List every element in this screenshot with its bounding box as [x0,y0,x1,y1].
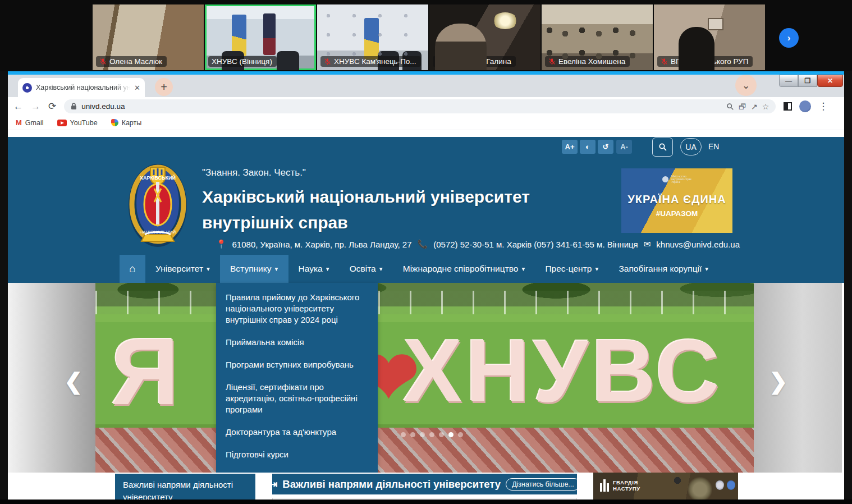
menu-item-pidhotovchi[interactable]: Підготовчі курси [216,443,378,466]
nav-item-universytet[interactable]: Університет [145,255,220,283]
shared-browser-window: Харківський національний унів ✕ + ⌄ — ❐ … [8,75,844,500]
contrast-button[interactable]: ◐ [580,140,596,154]
important-directions-box[interactable]: Важливі напрями діяльності університету [115,474,255,500]
slider-right-gutter [754,283,842,473]
reset-icon: ↺ [603,143,609,151]
nav-home-button[interactable]: ⌂ [120,255,145,283]
minimize-button[interactable]: — [779,75,798,87]
url-text: univd.edu.ua [81,102,722,111]
search-icon[interactable] [726,103,734,111]
refresh-icon[interactable]: ⟳ [48,100,56,112]
bookmarks-bar: MGmail YouTube Карты [8,116,844,130]
menu-item-licenzii[interactable]: Ліцензії, сертифікати про акредитацію, о… [216,376,378,421]
nav-item-zapobihannya[interactable]: Запобігання корупції [608,255,718,283]
envelope-icon: ✉ [644,239,651,249]
slider-dot[interactable] [439,432,444,437]
menu-item-prohramy[interactable]: Програми вступних випробувань [216,354,378,376]
slider-prev-icon[interactable]: ❮ [64,368,83,394]
participant-tile[interactable]: ХНУВС Кам'янець-По... [317,4,428,70]
side-panel-icon[interactable] [784,102,792,111]
slider-dot[interactable] [410,432,415,437]
font-increase-button[interactable]: A+ [562,140,578,154]
profile-avatar[interactable] [799,100,811,112]
share-icon[interactable]: ↗ [751,102,758,111]
participant-tile[interactable]: Лук'яненко Галина [429,4,540,70]
participant-name-badge: Евеліна Хомишена [545,56,630,67]
main-navigation: ⌂ Університет Вступнику Наука Освіта Між… [8,255,844,283]
learn-more-button[interactable]: Дізнатись більше... [506,478,580,491]
nav-item-nauka[interactable]: Наука [288,255,340,283]
browser-tab[interactable]: Харківський національний унів ✕ [18,78,145,97]
slider-next-icon[interactable]: ❯ [769,368,788,394]
nav-item-pres-centr[interactable]: Прес-центр [535,255,608,283]
site-title: Харківський національний університет вну… [202,184,530,236]
address-bar[interactable]: univd.edu.ua 🗗 ↗ ☆ [64,99,776,113]
restore-button[interactable]: ❐ [798,75,817,87]
back-icon[interactable]: ← [13,101,23,112]
bookmark-maps[interactable]: Карты [111,119,142,127]
speaker-silhouette [277,51,299,70]
menu-item-pravyla[interactable]: Правила прийому до Харківського націонал… [216,286,378,331]
speaker-silhouette [378,51,399,70]
svg-text:ХАРКІВСЬКИЙ: ХАРКІВСЬКИЙ [140,175,176,181]
slider-dot[interactable] [458,432,463,437]
mic-off-icon [548,58,556,65]
chevron-down-icon[interactable]: ⌄ [735,75,757,96]
mic-off-icon [324,58,331,65]
tab-close-icon[interactable]: ✕ [134,84,140,92]
maps-icon [111,119,118,126]
nav-item-osvita[interactable]: Освіта [340,255,393,283]
reset-button[interactable]: ↺ [598,140,613,154]
bookmark-youtube[interactable]: YouTube [57,119,98,127]
bookmark-star-icon[interactable]: ☆ [762,102,769,111]
site-search-button[interactable] [652,138,673,157]
menu-dots-icon[interactable]: ⋮ [818,100,828,112]
menu-item-doktorantura[interactable]: Докторантура та ад'юнктура [216,421,378,443]
email-text[interactable]: khnuvs@univd.edu.ua [656,240,740,249]
language-en-button[interactable]: EN [708,142,719,151]
close-button[interactable]: ✕ [817,75,843,87]
nav-item-mizhnarodne[interactable]: Міжнародне співробітництво [393,255,535,283]
language-ua-button[interactable]: UA [680,138,702,155]
vstupnyku-dropdown-menu: Правила прийому до Харківського націонал… [216,283,378,500]
slider-dot[interactable] [401,432,406,437]
gmail-icon: M [16,118,22,127]
plus-icon: + [161,81,167,94]
mic-off-icon [661,58,668,65]
ukraine-flag [232,15,246,56]
chevron-right-icon: › [787,33,791,44]
mic-off-icon [436,58,443,65]
toolbar-right: ⋮ [784,100,828,112]
guard-logo: ГВАРДІЯ НАСТУПУ [600,479,640,492]
new-tab-button[interactable]: + [155,78,173,96]
slider-dot[interactable] [420,432,425,437]
lock-icon [71,103,77,110]
sculpture-letter-ya: Я [111,318,179,426]
nav-item-vstupnyku[interactable]: Вступнику [220,255,288,283]
offensive-guard-banner[interactable]: ГВАРДІЯ НАСТУПУ [593,473,738,500]
enter-arrow-icon: ⇥ [269,478,277,491]
slider-dot[interactable] [429,432,434,437]
contacts-row: 📍 61080, Україна, м. Харків, пр. Льва Ла… [216,239,740,249]
participant-tile[interactable]: Олена Маслюк [93,4,204,70]
slider-dot-active[interactable] [448,432,454,437]
bookmark-gmail[interactable]: MGmail [16,118,44,127]
participant-tile[interactable]: ВП2 Чугуївського РУП [654,4,765,70]
participant-tile-active-speaker[interactable]: ХНУВС (Вінниця) [205,4,316,70]
translate-icon[interactable]: 🗗 [739,102,746,111]
font-decrease-button[interactable]: A- [616,140,632,154]
menu-item-pryimalna[interactable]: Приймальна комісія [216,331,378,354]
site-motto: "Знання. Закон. Честь." [202,167,306,178]
phone-icon: 📞 [418,239,428,249]
slide-photo: Я ❤ ХНУВС [95,283,754,473]
svg-text:НАЦІОНАЛЬНИЙ: НАЦІОНАЛЬНИЙ [140,230,176,235]
participant-name-badge: Олена Маслюк [96,56,167,67]
participant-name-badge: ВП2 Чугуївського РУП [657,56,753,67]
trident-icon [600,479,609,492]
youtube-icon [57,120,67,126]
trident-badge-icon [727,480,735,490]
forward-icon[interactable]: → [31,101,40,112]
participant-tile[interactable]: Евеліна Хомишена [542,4,653,70]
ukraine-banner[interactable]: Міністерствовнутрішніх справУкраїни УКРА… [621,168,732,233]
next-participants-button[interactable]: › [779,28,799,48]
